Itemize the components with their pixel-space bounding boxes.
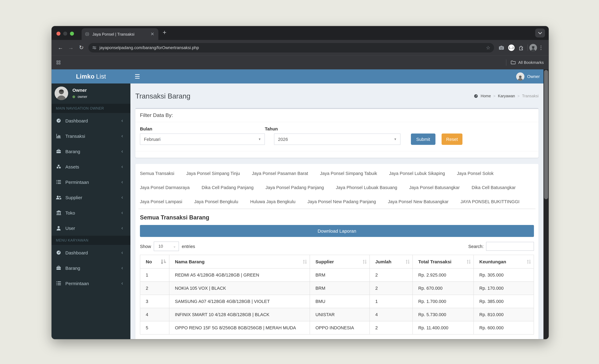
breadcrumb-current: Transaksi [522, 94, 538, 98]
sidebar-item-dashboard[interactable]: Dashboard‹ [52, 113, 130, 128]
breadcrumb: Home > Karyawan > Transaksi [474, 94, 538, 98]
cell-total: Rp. 670.000 [413, 282, 474, 295]
navbar-user-label: Owner [527, 74, 540, 79]
gauge-icon [56, 250, 61, 255]
cell-total: Rp. 11.400.000 [413, 321, 474, 334]
store-tab[interactable]: Jaya Ponsel Lampasi [140, 199, 182, 204]
minimize-window-button[interactable] [63, 32, 67, 36]
store-tab[interactable]: Dika Cell Padang Panjang [202, 185, 254, 190]
gauge-icon [56, 118, 61, 123]
column-header-no[interactable]: No [140, 255, 169, 268]
store-tab[interactable]: Dika Cell Batusangkar [472, 185, 516, 190]
store-tab[interactable]: Jaya Ponsel Simpang Tinju [186, 171, 240, 176]
store-tab[interactable]: Jaya Ponsel Pasaman Barat [252, 171, 308, 176]
store-tab[interactable]: Semua Transaksi [140, 171, 174, 176]
breadcrumb-home[interactable]: Home [481, 94, 491, 98]
scrollbar-thumb[interactable] [544, 70, 548, 199]
column-header-total-transaksi[interactable]: Total Transaksi [413, 255, 474, 268]
store-tab[interactable]: Jaya Ponsel Simpang Tabuik [320, 171, 377, 176]
cell-supplier: BRM [310, 268, 370, 282]
download-laporan-button[interactable]: Download Laporan [140, 225, 534, 237]
store-tab[interactable]: Jaya Phonsel Lubuak Basuang [336, 185, 397, 190]
column-header-supplier[interactable]: Supplier [310, 255, 370, 268]
store-tab[interactable]: JAYA PONSEL BUKITTINGGI [460, 199, 520, 204]
chevron-left-icon: ‹ [121, 133, 123, 139]
bulan-select[interactable]: Februari ▼ [140, 133, 265, 145]
back-icon[interactable]: ← [55, 44, 66, 51]
sidebar-user-panel: Owner owner [52, 83, 130, 104]
app-logo[interactable]: Limko List [52, 69, 130, 83]
cell-keuntungan: Rp. 305.000 [474, 268, 534, 282]
window-controls[interactable] [56, 32, 74, 36]
search-input[interactable] [486, 242, 534, 251]
submit-button[interactable]: Submit [411, 133, 435, 145]
screenshot-extension-icon[interactable] [496, 45, 506, 50]
store-tab[interactable]: Jaya Ponsel New Batusangkar [388, 199, 449, 204]
store-tab[interactable]: Jaya Ponsel New Padang Panjang [308, 199, 376, 204]
sidebar-item-toko[interactable]: Toko‹ [52, 205, 130, 220]
new-tab-button[interactable]: + [163, 29, 167, 36]
store-tab[interactable]: Jaya Ponsel Solok [457, 171, 493, 176]
list-ol-icon [56, 179, 61, 185]
caret-down-icon: ▼ [394, 137, 397, 141]
reload-icon[interactable]: ↻ [76, 44, 87, 51]
hamburger-menu-icon[interactable] [135, 74, 140, 79]
forward-icon[interactable]: → [66, 44, 76, 51]
store-tab[interactable]: Huluwa Jaya Bengkulu [250, 199, 296, 204]
sidebar-item-transaksi[interactable]: Transaksi‹ [52, 128, 130, 144]
all-bookmarks-label[interactable]: All Bookmarks [518, 60, 544, 65]
entries-select[interactable]: 10 ⌄ [154, 241, 179, 251]
store-tab[interactable]: Jaya Ponsel Bengkulu [194, 199, 238, 204]
cell-total: Rp. 2.925.000 [413, 268, 474, 282]
sidebar-item-karyawan-permintaan[interactable]: Permintaan‹ [52, 275, 130, 291]
store-tab[interactable]: Jaya Ponsel Darmasraya [140, 185, 190, 190]
extensions-puzzle-icon[interactable] [516, 45, 526, 50]
browser-tab[interactable]: Jaya Ponsel | Transaksi ✕ [82, 28, 158, 40]
tab-close-icon[interactable]: ✕ [150, 31, 155, 37]
url-text[interactable]: jayaponselpadang.com/barang/forOwnertran… [99, 45, 486, 50]
cell-supplier: UNISTAR [310, 308, 370, 321]
chevron-left-icon: ‹ [121, 225, 123, 231]
table-row: 4 INFINIX SMART 10 4/128 4GB/128GB | BLA… [140, 308, 534, 321]
sidebar-item-assets[interactable]: Assets‹ [52, 159, 130, 174]
cell-nama-barang: SAMSUNG A07 4/128GB 4GB/128GB | VIOLET [169, 295, 310, 308]
column-header-jumlah[interactable]: Jumlah [370, 255, 413, 268]
store-tab[interactable]: Jaya Ponsel Padang Panjang [266, 185, 324, 190]
column-header-keuntungan[interactable]: Keuntungan [474, 255, 534, 268]
sidebar-user-avatar [55, 87, 68, 100]
sidebar-item-karyawan-dashboard[interactable]: Dashboard‹ [52, 245, 130, 260]
bookmarks-bar: All Bookmarks [52, 55, 549, 69]
cell-nama-barang: INFINIX SMART 10 4/128 4GB/128GB | BLACK [169, 308, 310, 321]
browser-profile-avatar[interactable] [529, 44, 537, 51]
cell-supplier: BRM [310, 282, 370, 295]
site-settings-icon[interactable] [92, 45, 97, 50]
tahun-select[interactable]: 2026 ▼ [274, 133, 400, 145]
json-formatter-extension-icon[interactable]: {…} [506, 44, 516, 51]
sidebar-user-name: Owner [72, 88, 87, 93]
sidebar-item-karyawan-barang[interactable]: Barang‹ [52, 260, 130, 275]
sidebar-item-barang[interactable]: Barang‹ [52, 144, 130, 159]
briefcase-icon [56, 149, 61, 154]
sidebar-item-permintaan[interactable]: Permintaan‹ [52, 174, 130, 190]
store-tab[interactable]: Jaya Ponsel Lubuk Sikaping [389, 171, 445, 176]
column-header-nama-barang[interactable]: Nama Barang [169, 255, 310, 268]
transactions-heading: Semua Transaksi Barang [140, 214, 534, 221]
close-window-button[interactable] [56, 32, 61, 36]
page-scrollbar[interactable] [544, 69, 549, 339]
browser-menu-icon[interactable]: ⋮ [537, 44, 545, 51]
navbar-user[interactable]: Owner [516, 72, 540, 80]
sidebar-item-supplier[interactable]: Supplier‹ [52, 190, 130, 205]
address-bar[interactable]: jayaponselpadang.com/barang/forOwnertran… [88, 43, 494, 52]
browser-toolbar: ← → ↻ jayaponselpadang.com/barang/forOwn… [52, 40, 549, 55]
maximize-window-button[interactable] [70, 32, 74, 36]
store-tabs-row-1: Semua TransaksiJaya Ponsel Simpang Tinju… [135, 166, 538, 180]
show-label: Show [140, 244, 151, 249]
reset-button[interactable]: Reset [441, 133, 462, 145]
sidebar-item-user[interactable]: User‹ [52, 220, 130, 236]
datatable-controls: Show 10 ⌄ entries Search: [140, 241, 534, 251]
apps-grid-icon[interactable] [56, 61, 61, 64]
tab-search-button[interactable] [535, 28, 545, 37]
bookmark-star-icon[interactable]: ☆ [486, 45, 490, 51]
store-tab[interactable]: Jaya Ponsel Batusangkar [409, 185, 460, 190]
breadcrumb-karyawan[interactable]: Karyawan [498, 94, 515, 98]
